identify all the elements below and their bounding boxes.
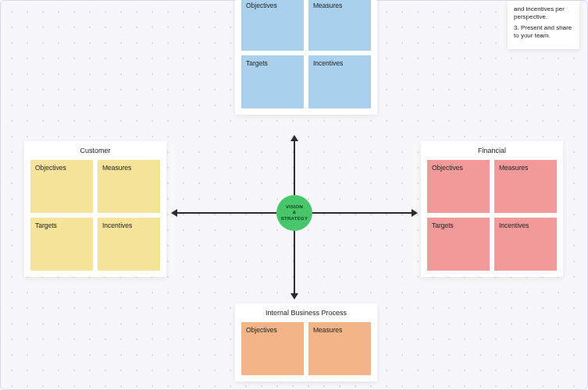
cell-objectives[interactable]: Objectives bbox=[427, 160, 490, 213]
cell-incentives[interactable]: Incentives bbox=[494, 218, 557, 271]
cell-measures[interactable]: Measures bbox=[98, 160, 160, 213]
cell-targets[interactable]: Targets bbox=[30, 218, 93, 271]
cell-measures[interactable]: Measures bbox=[308, 0, 371, 51]
quadrant-customer-title: Customer bbox=[30, 146, 160, 160]
cell-objectives[interactable]: Objectives bbox=[30, 160, 93, 213]
arrow-down-head bbox=[290, 293, 298, 300]
quadrant-financial-title: Financial bbox=[427, 146, 557, 160]
quadrant-customer[interactable]: Customer Objectives Measures Targets Inc… bbox=[24, 141, 166, 277]
arrow-left-head bbox=[171, 209, 177, 217]
quadrant-ibp-title: Internal Business Process bbox=[241, 308, 371, 322]
arrow-up-head bbox=[290, 135, 298, 141]
cell-targets[interactable]: Targets bbox=[241, 55, 304, 108]
arrow-down-line bbox=[294, 231, 295, 293]
cell-incentives[interactable]: Incentives bbox=[98, 218, 160, 271]
note-line1: and incentives per perspective. bbox=[514, 5, 573, 21]
instructions-note[interactable]: and incentives per perspective. 3. Prese… bbox=[508, 1, 579, 49]
quadrant-financial[interactable]: Financial Objectives Measures Targets In… bbox=[421, 141, 563, 277]
cell-measures[interactable]: Measures bbox=[308, 322, 371, 375]
diagram-canvas[interactable]: Objectives Measures Targets Incentives C… bbox=[0, 0, 588, 390]
quadrant-top[interactable]: Objectives Measures Targets Incentives bbox=[235, 0, 377, 115]
arrow-right-head bbox=[412, 209, 418, 217]
center-line3: STRATEGY bbox=[281, 216, 308, 221]
quadrant-internal-business-process[interactable]: Internal Business Process Objectives Mea… bbox=[235, 303, 377, 381]
arrow-up-line bbox=[294, 141, 295, 195]
arrow-right-line bbox=[312, 212, 412, 214]
cell-objectives[interactable]: Objectives bbox=[241, 322, 304, 375]
center-line1: VISION bbox=[286, 204, 303, 209]
cell-objectives[interactable]: Objectives bbox=[241, 0, 304, 51]
cell-incentives[interactable]: Incentives bbox=[308, 55, 371, 108]
cell-measures[interactable]: Measures bbox=[494, 160, 557, 213]
note-line2: 3. Present and share to your team. bbox=[514, 24, 573, 40]
cell-targets[interactable]: Targets bbox=[427, 218, 490, 271]
center-vision-strategy[interactable]: VISION & STRATEGY bbox=[276, 195, 312, 231]
arrow-left-line bbox=[177, 212, 276, 214]
center-line2: & bbox=[293, 210, 297, 214]
